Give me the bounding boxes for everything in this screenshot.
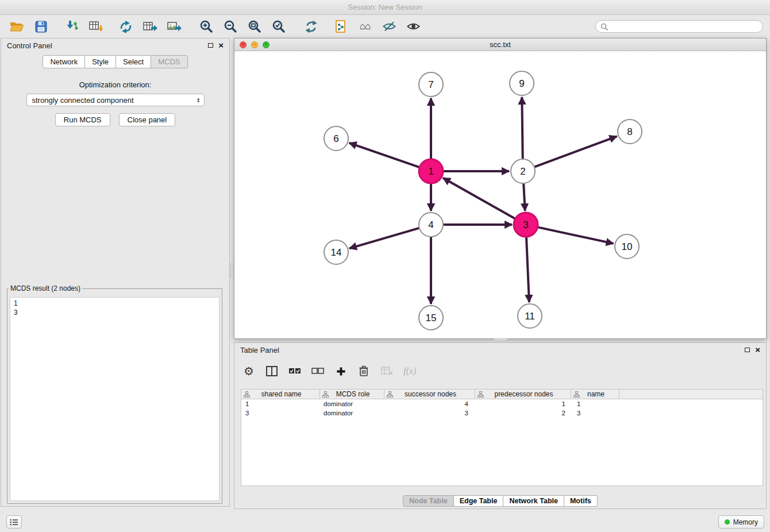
- run-mcds-button[interactable]: Run MCDS: [55, 113, 110, 126]
- table-cell[interactable]: dominator: [320, 408, 384, 418]
- refresh-view-button[interactable]: [301, 18, 321, 35]
- zoom-out-button[interactable]: [221, 18, 240, 35]
- home-layout-button[interactable]: ⌂⌂: [355, 18, 375, 35]
- table-row[interactable]: 3dominator323: [241, 408, 763, 418]
- tab-network[interactable]: Network: [43, 55, 85, 68]
- mcds-result-text[interactable]: 1 3: [10, 297, 220, 501]
- show-columns-button[interactable]: [265, 364, 278, 378]
- tab-network-table[interactable]: Network Table: [503, 495, 564, 507]
- table-cell[interactable]: dominator: [320, 399, 384, 408]
- column-header-predecessor-nodes[interactable]: predecessor nodes: [475, 390, 571, 399]
- network-canvas[interactable]: 7968124314101511: [234, 51, 766, 338]
- refresh-icon: [305, 20, 318, 33]
- network-window-titlebar[interactable]: × − + scc.txt: [234, 38, 766, 51]
- window-zoom-icon[interactable]: +: [263, 41, 270, 48]
- titlebar[interactable]: Session: New Session: [0, 0, 770, 15]
- float-panel-icon[interactable]: [208, 43, 213, 48]
- tab-motifs[interactable]: Motifs: [564, 495, 598, 507]
- search-box[interactable]: [595, 20, 763, 33]
- create-column-button[interactable]: [334, 364, 347, 378]
- column-header-name[interactable]: name: [571, 390, 619, 399]
- select-all-button[interactable]: [288, 364, 301, 378]
- delete-table-button-disabled[interactable]: [380, 364, 393, 378]
- import-network-button[interactable]: [62, 18, 82, 35]
- open-file-button[interactable]: [7, 18, 26, 35]
- window-minimize-icon[interactable]: −: [251, 41, 258, 48]
- column-header-MCDS-role[interactable]: MCDS role: [320, 390, 384, 399]
- tab-mcds[interactable]: MCDS: [151, 55, 187, 68]
- list-icon: [10, 519, 18, 526]
- tab-select[interactable]: Select: [116, 55, 151, 68]
- table-cell[interactable]: 1: [571, 399, 619, 408]
- close-panel-button[interactable]: Close panel: [119, 113, 176, 126]
- tab-edge-table[interactable]: Edge Table: [454, 495, 504, 507]
- table-cell[interactable]: 2: [475, 408, 571, 418]
- delete-column-button[interactable]: [357, 364, 370, 378]
- status-bar: Memory: [0, 513, 770, 532]
- graph-node-label-15: 15: [426, 313, 437, 323]
- checked-boxes-icon: [288, 368, 301, 375]
- chevron-updown-icon: ▲▼: [197, 97, 200, 103]
- table-cell[interactable]: 3: [241, 408, 320, 418]
- zoom-selected-button[interactable]: [269, 18, 288, 35]
- optimization-criterion-dropdown[interactable]: strongly connected component ▲▼: [26, 94, 205, 106]
- table-cell[interactable]: 3: [571, 408, 619, 418]
- graph-node-label-1: 1: [428, 166, 433, 177]
- import-table-button[interactable]: [86, 18, 106, 35]
- graph-edge-3-10[interactable]: [538, 228, 614, 244]
- export-image-button[interactable]: [164, 18, 184, 35]
- zoom-in-button[interactable]: [197, 18, 216, 35]
- graph-edge-3-1[interactable]: [443, 178, 515, 218]
- table-row[interactable]: 1dominator411: [241, 399, 763, 408]
- column-tree-icon: [573, 391, 580, 398]
- zoom-selected-icon: [272, 20, 286, 33]
- table-cell[interactable]: 1: [475, 399, 571, 408]
- window-close-icon[interactable]: ×: [240, 41, 247, 48]
- unchecked-boxes-icon: [311, 368, 324, 375]
- function-builder-button-disabled[interactable]: f(x): [403, 364, 416, 378]
- eye-slash-icon: [382, 21, 396, 32]
- export-table-icon: [143, 20, 157, 33]
- copy-document-button[interactable]: [331, 18, 351, 35]
- fx-icon: f(x): [403, 366, 416, 376]
- graph-edge-1-6[interactable]: [349, 143, 419, 167]
- mcds-result-title: MCDS result (2 nodes): [9, 284, 82, 292]
- network-arrows-button[interactable]: [116, 18, 136, 35]
- network-canvas-area[interactable]: 7968124314101511: [234, 51, 766, 338]
- tab-style[interactable]: Style: [85, 55, 116, 68]
- graph-edge-3-11[interactable]: [526, 237, 529, 302]
- graph-edge-2-9[interactable]: [522, 97, 522, 159]
- memory-status-icon: [725, 519, 730, 525]
- export-table-button[interactable]: [140, 18, 160, 35]
- search-icon: [600, 23, 608, 30]
- zoom-fit-button[interactable]: [245, 18, 264, 35]
- column-header-shared-name[interactable]: shared name: [241, 390, 320, 399]
- search-input[interactable]: [611, 22, 758, 30]
- memory-button[interactable]: Memory: [718, 515, 764, 529]
- tab-node-table[interactable]: Node Table: [403, 495, 453, 507]
- vertical-splitter-handle[interactable]: [230, 263, 233, 278]
- table-cell[interactable]: 4: [384, 399, 475, 408]
- close-table-panel-icon[interactable]: ×: [755, 346, 760, 353]
- table-settings-button[interactable]: ⚙: [242, 364, 255, 378]
- graph-edge-2-3[interactable]: [523, 184, 525, 211]
- table-panel: Table Panel × ⚙: [234, 342, 767, 509]
- column-header-successor-nodes[interactable]: successor nodes: [384, 390, 475, 399]
- deselect-all-button[interactable]: [311, 364, 324, 378]
- close-panel-icon[interactable]: ×: [218, 42, 224, 49]
- table-cell[interactable]: 1: [241, 399, 320, 408]
- network-window[interactable]: × − + scc.txt 7968124314101511: [234, 38, 767, 339]
- node-table-body[interactable]: 1dominator4113dominator323: [241, 399, 763, 486]
- float-table-panel-icon[interactable]: [745, 348, 750, 352]
- zoom-in-icon: [199, 20, 213, 33]
- save-session-button[interactable]: [31, 18, 51, 35]
- graph-edge-2-8[interactable]: [535, 136, 617, 167]
- hide-graphics-details-button[interactable]: [379, 18, 399, 35]
- task-history-button[interactable]: [6, 515, 22, 529]
- show-graphics-details-button[interactable]: [403, 18, 423, 35]
- horizontal-splitter-handle[interactable]: [493, 338, 508, 341]
- network-arrows-icon: [119, 20, 133, 33]
- table-cell[interactable]: 3: [384, 408, 475, 418]
- node-table-header: shared nameMCDS rolesuccessor nodesprede…: [241, 389, 763, 399]
- graph-edge-4-14[interactable]: [349, 228, 419, 248]
